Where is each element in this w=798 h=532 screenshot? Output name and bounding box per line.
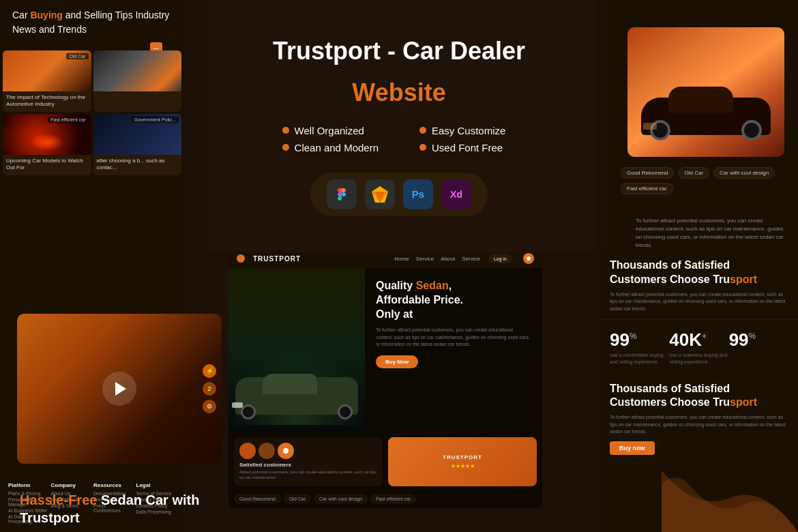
hero-title: Trustport - Car Dealer <box>273 36 525 65</box>
preview-card-brand-name: TRUSTPORT <box>443 454 482 460</box>
preview-tag-1[interactable]: Good Rekomend <box>234 494 281 503</box>
bottom-left-heading: Hassle-Free Sedan Car with Trustport <box>20 491 219 527</box>
feature-clean-modern: Clean and Modern <box>282 142 379 153</box>
feature-label-4: Used Font Free <box>432 142 503 153</box>
figma-icon <box>327 179 357 209</box>
preview-nav-links: Home Service About Service <box>394 256 480 262</box>
stat-number-99b: 99% <box>729 329 788 351</box>
preview-logo-dot <box>237 254 245 263</box>
avatar-dot <box>283 448 289 454</box>
preview-car-hood <box>263 374 317 394</box>
nav-service2[interactable]: Service <box>462 256 480 262</box>
user-dot <box>527 256 531 261</box>
car-roof <box>668 87 733 113</box>
blog-card-title-3: Upcoming Car Models to Watch Out For <box>3 155 91 175</box>
blog-card-label-3: Fast efficient car <box>48 117 88 123</box>
preview-headlight <box>232 402 243 408</box>
car-silhouette <box>638 82 774 143</box>
preview-wheel-left <box>241 404 256 419</box>
feature-label-2: Easy Customize <box>432 125 505 136</box>
stat-item-99b: 99% <box>729 329 788 366</box>
blog-card-title-4: after choosing a b... such as contac... <box>93 155 182 175</box>
stats-row-1: 99% had a comfortable buying and selling… <box>600 319 798 368</box>
highlight-buying: Buying <box>30 10 62 20</box>
avatar-3 <box>278 443 294 459</box>
stat-number-40k: 40K+ <box>669 329 728 351</box>
preview-tag-3[interactable]: Car with cool design <box>314 494 368 503</box>
preview-wheel-right <box>338 404 353 419</box>
car-orange-bg <box>627 27 784 157</box>
preview-hero: Quality Sedan,Affordable Price.Only at T… <box>228 268 542 432</box>
play-button[interactable] <box>102 372 136 406</box>
feature-dot-1 <box>282 127 289 134</box>
video-section: ⚡ 2 ⚙ <box>17 314 222 464</box>
blog-card-2[interactable] <box>93 50 182 112</box>
orange-wave-decoration <box>662 430 798 532</box>
right-tags: Good Rekomend Old Car Car with cool desi… <box>621 167 791 194</box>
blog-card-label-1: Old Car <box>66 53 88 59</box>
preview-car-container <box>228 343 365 425</box>
side-ctrl-3[interactable]: ⚙ <box>203 400 216 413</box>
preview-quality-text: Quality Sedan,Affordable Price.Only at <box>376 279 531 321</box>
play-triangle-icon <box>115 382 126 396</box>
nav-home[interactable]: Home <box>394 256 409 262</box>
left-top-text: Car Buying and Selling Tips Industry New… <box>0 0 184 45</box>
features-grid: Well Organized Easy Customize Clean and … <box>282 125 516 153</box>
stats-heading-2: Thousands of Satisfied Customers Choose … <box>600 372 798 415</box>
avatar-2 <box>258 443 275 459</box>
nav-about[interactable]: About <box>441 256 455 262</box>
stats-heading-1: Thousands of Satisfied Customers Choose … <box>600 249 798 291</box>
preview-hero-car <box>228 268 365 432</box>
stats-buy-button[interactable]: Buy now <box>610 441 655 455</box>
blog-cards: Old Car The Impact of Technology on the … <box>0 50 184 175</box>
website-preview: TRUSTPORT Home Service About Service Log… <box>228 249 542 508</box>
preview-stars: ★★★★★ <box>451 463 475 469</box>
side-ctrl-1[interactable]: ⚡ <box>203 364 216 378</box>
tag-cool-design[interactable]: Car with cool design <box>713 167 775 179</box>
center-hero-panel: Trustport - Car Dealer Website Well Orga… <box>201 0 597 252</box>
preview-login-btn[interactable]: Log in <box>488 254 512 263</box>
preview-brand: TRUSTPORT <box>253 255 301 263</box>
feature-used-font: Used Font Free <box>419 142 516 153</box>
blog-card-label-4: Government Polic... <box>132 117 179 123</box>
preview-tags-row: Good Rekomend Old Car Car with cool desi… <box>228 492 542 508</box>
avatar-1 <box>239 443 256 459</box>
blog-card-3[interactable]: Fast efficient car Upcoming Car Models t… <box>3 114 91 175</box>
sketch-icon <box>365 179 395 209</box>
blog-card-4[interactable]: Government Polic... after choosing a b..… <box>93 114 182 175</box>
preview-body-text: To further attract potential customers, … <box>376 327 531 349</box>
stat-item-40k: 40K+ had a seamless buying and selling e… <box>669 329 728 366</box>
preview-hero-text: Quality Sedan,Affordable Price.Only at T… <box>365 268 542 432</box>
xd-icon: Xd <box>441 179 471 209</box>
blog-card-title-2 <box>93 91 182 98</box>
car-wheel-right <box>741 120 762 141</box>
tag-fast-efficient[interactable]: Fast efficient car <box>621 183 673 194</box>
preview-cards: Satisfied customers Attract potential cu… <box>228 432 542 492</box>
stat-item-99: 99% had a comfortable buying and selling… <box>610 329 669 366</box>
preview-card-label: Satisfied customers <box>239 462 377 468</box>
bottom-left-text: Hassle-Free Sedan Car with Trustport <box>17 486 222 532</box>
photoshop-icon: Ps <box>403 179 433 209</box>
hassle-orange-text: Hassle-Free <box>20 492 97 507</box>
feature-dot-2 <box>419 127 426 134</box>
stat-desc-40k: had a seamless buying and selling experi… <box>669 352 728 366</box>
side-ctrl-2[interactable]: 2 <box>203 382 216 396</box>
blog-card-1[interactable]: Old Car The Impact of Technology on the … <box>3 50 91 112</box>
nav-service[interactable]: Service <box>416 256 434 262</box>
preview-buy-btn[interactable]: Buy Now <box>376 355 418 368</box>
stat-number-99: 99% <box>610 329 669 351</box>
feature-label-3: Clean and Modern <box>295 142 379 153</box>
tag-good-rekomend[interactable]: Good Rekomend <box>621 167 674 179</box>
preview-tag-4[interactable]: Fast efficient car <box>370 494 416 503</box>
preview-tag-2[interactable]: Old Car <box>284 494 311 503</box>
hero-subtitle: Website <box>352 78 445 107</box>
preview-card-text: Attract potential customers, you can cre… <box>239 469 377 481</box>
feature-easy-customize: Easy Customize <box>419 125 516 136</box>
blog-card-img-2 <box>93 50 182 91</box>
feature-dot-4 <box>419 144 426 151</box>
car-showcase <box>621 20 791 164</box>
feature-label-1: Well Organized <box>295 125 364 136</box>
side-controls: ⚡ 2 ⚙ <box>203 364 216 413</box>
preview-user-icon[interactable] <box>523 253 534 264</box>
tag-old-car[interactable]: Old Car <box>678 167 709 179</box>
